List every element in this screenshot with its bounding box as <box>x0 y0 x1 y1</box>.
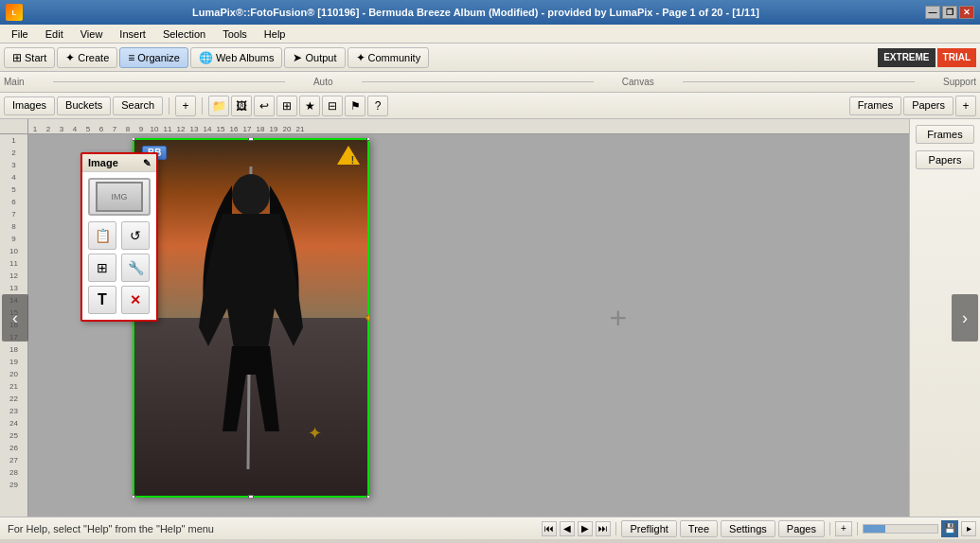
save-disk-button[interactable]: 💾 <box>941 520 958 537</box>
bottom-sep2 <box>829 522 830 535</box>
settings-tool-button[interactable]: 🔧 <box>121 254 150 282</box>
add-icon-button[interactable]: + <box>175 96 196 116</box>
output-icon: ➤ <box>293 51 302 64</box>
minimize-button[interactable]: — <box>925 6 940 19</box>
tick-17: 17 <box>241 125 254 133</box>
ruler-top: 1 2 3 4 5 6 7 8 9 10 11 12 13 14 15 16 1… <box>28 119 909 134</box>
close-button[interactable]: ✕ <box>959 6 974 19</box>
v-tick-6: 6 <box>11 196 15 208</box>
handle-tl <box>133 138 135 141</box>
layout-icon-button[interactable]: ⊞ <box>276 96 297 116</box>
restore-button[interactable]: ❐ <box>942 6 957 19</box>
image-preview: IMG <box>96 182 143 212</box>
tick-16: 16 <box>227 125 241 133</box>
add-page-button[interactable]: + <box>835 521 852 536</box>
v-tick-27: 27 <box>9 454 18 466</box>
image-icon-button[interactable]: 🖼 <box>231 96 252 116</box>
images-tab[interactable]: Images <box>4 96 55 115</box>
create-button[interactable]: ✦ Create <box>57 47 117 68</box>
image-panel: Image ✎ IMG 📋 ↺ ⊞ 🔧 T ✕ <box>80 152 158 322</box>
create-icon: ✦ <box>65 51 75 64</box>
extreme-badge: EXTREME <box>878 48 935 67</box>
v-tick-5: 5 <box>11 184 15 196</box>
v-tick-25: 25 <box>9 429 18 442</box>
tick-3: 3 <box>55 125 68 133</box>
menu-help[interactable]: Help <box>257 26 294 42</box>
frames-button[interactable]: Frames <box>916 125 974 144</box>
settings-button[interactable]: Settings <box>721 520 775 537</box>
page-image: BB ! ✦ <box>133 138 369 498</box>
papers-button[interactable]: Papers <box>916 150 974 169</box>
tree-button[interactable]: Tree <box>680 520 718 537</box>
rotate-tool-button[interactable]: ↺ <box>121 221 150 250</box>
copy-tool-button[interactable]: 📋 <box>88 221 116 250</box>
icon-bar-sep1 <box>169 97 169 114</box>
grid-view-button[interactable]: ⊞ <box>88 254 116 282</box>
frames-tab[interactable]: Frames <box>849 96 901 115</box>
tick-14: 14 <box>201 125 214 133</box>
group-auto: Auto <box>313 77 333 87</box>
web-albums-button[interactable]: 🌐 Web Albums <box>190 47 283 68</box>
folder-icon-button[interactable]: 📁 <box>208 96 229 116</box>
tick-12: 12 <box>174 125 187 133</box>
v-tick-2: 2 <box>11 147 15 159</box>
canvas-area: 1 2 3 4 5 6 7 8 9 10 11 12 13 14 15 16 1… <box>0 119 909 517</box>
more-button[interactable]: ▸ <box>961 521 976 536</box>
tick-10: 10 <box>148 125 161 133</box>
preflight-button[interactable]: Preflight <box>621 520 676 537</box>
prev-page-arrow[interactable]: ‹ <box>2 294 28 342</box>
right-add-button[interactable]: + <box>955 96 976 116</box>
v-tick-7: 7 <box>11 208 15 220</box>
papers-tab[interactable]: Papers <box>903 96 953 115</box>
grid-icon: ⊞ <box>12 51 22 64</box>
main-area: ‹ 1 2 3 4 5 6 7 8 9 10 11 12 13 14 15 <box>0 119 980 517</box>
image-preview-button[interactable]: IMG <box>88 178 151 216</box>
menu-selection[interactable]: Selection <box>155 26 213 42</box>
menu-edit[interactable]: Edit <box>38 26 71 42</box>
start-button[interactable]: ⊞ Start <box>4 47 55 68</box>
last-page-button[interactable]: ⏭ <box>596 521 611 536</box>
v-tick-4: 4 <box>11 171 15 184</box>
buckets-tab[interactable]: Buckets <box>57 96 111 115</box>
menu-file[interactable]: File <box>4 26 36 42</box>
v-tick-12: 12 <box>9 270 18 282</box>
handle-bl <box>133 495 135 498</box>
menu-tools[interactable]: Tools <box>215 26 255 42</box>
tick-6: 6 <box>95 125 108 133</box>
output-button[interactable]: ➤ Output <box>284 47 345 68</box>
group-main: Main <box>4 77 25 87</box>
menu-insert[interactable]: Insert <box>112 26 153 42</box>
layers-icon-button[interactable]: ⊟ <box>322 96 343 116</box>
flag-icon-button[interactable]: ⚑ <box>345 96 365 116</box>
main-toolbar: ⊞ Start ✦ Create ≡ Organize 🌐 Web Albums… <box>0 44 980 72</box>
tick-15: 15 <box>214 125 227 133</box>
tick-11: 11 <box>161 125 174 133</box>
prev-page-button[interactable]: ◀ <box>560 521 575 536</box>
page-canvas[interactable]: BB ! ✦ <box>133 138 369 498</box>
tick-9: 9 <box>134 125 148 133</box>
search-tab[interactable]: Search <box>113 96 163 115</box>
help-icon-button[interactable]: ? <box>367 96 388 116</box>
text-tool-button[interactable]: T <box>88 286 116 314</box>
tick-13: 13 <box>187 125 201 133</box>
arrow-icon-button[interactable]: ↩ <box>254 96 275 116</box>
pages-button[interactable]: Pages <box>778 520 825 537</box>
next-page-arrow[interactable]: › <box>952 294 978 342</box>
group-canvas: Canvas <box>622 77 654 87</box>
menu-view[interactable]: View <box>73 26 111 42</box>
window-controls[interactable]: — ❐ ✕ <box>925 6 974 19</box>
bottom-right-controls: ⏮ ◀ ▶ ⏭ Preflight Tree Settings Pages + … <box>542 520 976 537</box>
next-page-button[interactable]: ▶ <box>578 521 593 536</box>
first-page-button[interactable]: ⏮ <box>542 521 557 536</box>
organize-button[interactable]: ≡ Organize <box>119 47 188 68</box>
community-button[interactable]: ✦ Community <box>347 47 430 68</box>
create-label: Create <box>78 52 109 63</box>
v-tick-20: 20 <box>9 368 18 380</box>
web-icon: 🌐 <box>199 51 213 64</box>
group-support: Support <box>943 77 976 87</box>
remove-tool-button[interactable]: ✕ <box>121 286 150 314</box>
progress-bar <box>863 524 938 534</box>
star-icon-button[interactable]: ★ <box>299 96 320 116</box>
menu-bar: File Edit View Insert Selection Tools He… <box>0 25 980 44</box>
svg-point-1 <box>232 174 270 216</box>
